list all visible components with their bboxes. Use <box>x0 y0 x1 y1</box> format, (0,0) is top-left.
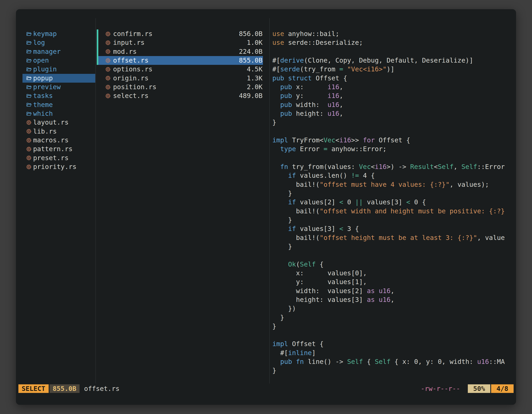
code-line: if values[2] < 0 || values[3] < 0 { <box>272 198 516 207</box>
file-item-origin-rs[interactable]: Rorigin.rs1.3K <box>97 74 263 83</box>
pane-divider-left <box>95 18 96 384</box>
selection-marker <box>97 56 98 65</box>
folder-name: log <box>33 38 45 47</box>
file-item-options-rs[interactable]: Roptions.rs4.5K <box>97 65 263 74</box>
folder-name: plugin <box>33 65 57 74</box>
selection-marker <box>97 74 98 83</box>
selection-marker <box>97 65 98 74</box>
folder-item-open[interactable]: open <box>22 56 95 65</box>
file-name: offset.rs <box>113 56 148 65</box>
file-name: priority.rs <box>33 163 76 171</box>
folder-icon <box>26 31 31 37</box>
code-line <box>272 331 516 339</box>
rust-file-icon: R <box>105 93 111 99</box>
svg-text:R: R <box>107 41 109 44</box>
rust-file-icon: R <box>26 129 31 134</box>
file-name: preset.rs <box>33 154 68 163</box>
file-item-confirm-rs[interactable]: Rconfirm.rs856.0B <box>97 29 263 38</box>
code-line: pub height: u16, <box>272 109 516 118</box>
code-line: }) <box>272 304 516 313</box>
folder-item-keymap[interactable]: keymap <box>22 29 95 38</box>
svg-text:R: R <box>28 166 30 168</box>
folder-item-plugin[interactable]: plugin <box>22 65 95 74</box>
code-line: type Error = anyhow::Error; <box>272 144 516 154</box>
file-size: 4.5K <box>247 65 263 74</box>
file-name: select.rs <box>113 91 148 100</box>
code-line: bail!("offset height must be at least 3:… <box>272 233 516 242</box>
file-name: lib.rs <box>33 127 57 136</box>
code-line: if values[3] < 3 { <box>272 224 516 233</box>
code-line: Ok(Self { <box>272 260 516 269</box>
folder-item-tasks[interactable]: tasks <box>22 91 95 100</box>
folder-item-which[interactable]: which <box>22 109 95 118</box>
code-line: fn try_from(values: Vec<i16>) -> Result<… <box>272 163 516 171</box>
file-item-macros-rs[interactable]: Rmacros.rs <box>22 136 95 144</box>
selection-marker <box>97 38 98 47</box>
file-item-lib-rs[interactable]: Rlib.rs <box>22 127 95 136</box>
file-item-preset-rs[interactable]: Rpreset.rs <box>22 154 95 163</box>
cursor-position-badge: 4/8 <box>491 384 513 393</box>
selection-marker <box>97 47 98 56</box>
rust-file-icon: R <box>26 146 31 152</box>
folder-name: which <box>33 109 53 118</box>
folder-item-log[interactable]: log <box>22 38 95 47</box>
folder-item-popup[interactable]: popup <box>22 74 95 83</box>
file-name: pattern.rs <box>33 144 73 154</box>
folder-name: preview <box>33 83 61 91</box>
file-item-priority-rs[interactable]: Rpriority.rs <box>22 163 95 171</box>
rust-file-icon: R <box>105 76 111 81</box>
svg-text:R: R <box>107 68 109 71</box>
rust-file-icon: R <box>105 49 111 54</box>
code-line: } <box>272 242 516 251</box>
file-item-offset-rs[interactable]: Roffset.rs855.0B <box>97 56 263 65</box>
status-bar: SELECT 855.0B offset.rs -rw-r--r-- 50% 4… <box>16 384 516 393</box>
folder-name: open <box>33 56 49 65</box>
svg-text:R: R <box>28 121 30 124</box>
folder-item-preview[interactable]: preview <box>22 83 95 91</box>
code-line: impl TryFrom<Vec<i16>> for Offset { <box>272 136 516 144</box>
folder-name: popup <box>33 74 53 83</box>
code-line: use anyhow::bail; <box>272 29 516 38</box>
svg-text:R: R <box>28 157 30 160</box>
svg-text:R: R <box>107 86 109 88</box>
folder-icon <box>26 85 31 90</box>
file-size: 855.0B <box>239 56 263 65</box>
code-line: impl Offset { <box>272 339 516 348</box>
current-pane: Rconfirm.rs856.0BRinput.rs1.0KRmod.rs224… <box>97 29 269 100</box>
code-line: width: values[2] as u16, <box>272 287 516 295</box>
selection-marker <box>97 91 98 100</box>
code-line: x: values[0], <box>272 269 516 278</box>
folder-item-manager[interactable]: manager <box>22 47 95 56</box>
file-item-layout-rs[interactable]: Rlayout.rs <box>22 118 95 127</box>
folder-icon <box>26 40 31 45</box>
file-name: mod.rs <box>113 47 137 56</box>
svg-text:R: R <box>107 50 109 53</box>
file-name: options.rs <box>113 65 152 74</box>
file-manager-window: keymaplogmanageropenpluginpopuppreviewta… <box>16 9 516 405</box>
code-line: bail!("offset must have 4 values: {:?}",… <box>272 180 516 189</box>
file-item-mod-rs[interactable]: Rmod.rs224.0B <box>97 47 263 56</box>
rust-file-icon: R <box>26 164 31 170</box>
folder-item-theme[interactable]: theme <box>22 100 95 109</box>
code-line: #[derive(Clone, Copy, Debug, Default, De… <box>272 56 516 65</box>
file-size: 224.0B <box>239 47 263 56</box>
file-item-input-rs[interactable]: Rinput.rs1.0K <box>97 38 263 47</box>
code-line: height: values[3] as u16, <box>272 295 516 304</box>
rust-file-icon: R <box>105 67 111 72</box>
file-item-position-rs[interactable]: Rposition.rs2.0K <box>97 83 263 91</box>
code-line: } <box>272 216 516 224</box>
folder-name: keymap <box>33 29 57 38</box>
code-line <box>272 251 516 260</box>
file-name: input.rs <box>113 38 144 47</box>
rust-file-icon: R <box>26 138 31 143</box>
folder-icon <box>26 93 31 99</box>
file-item-pattern-rs[interactable]: Rpattern.rs <box>22 144 95 154</box>
svg-text:R: R <box>107 95 109 97</box>
file-name: macros.rs <box>33 136 68 144</box>
file-item-select-rs[interactable]: Rselect.rs489.0B <box>97 91 263 100</box>
svg-text:R: R <box>107 59 109 62</box>
folder-name: theme <box>33 100 53 109</box>
code-line: pub width: u16, <box>272 100 516 109</box>
folder-icon <box>26 111 31 116</box>
rust-file-icon: R <box>105 85 111 90</box>
